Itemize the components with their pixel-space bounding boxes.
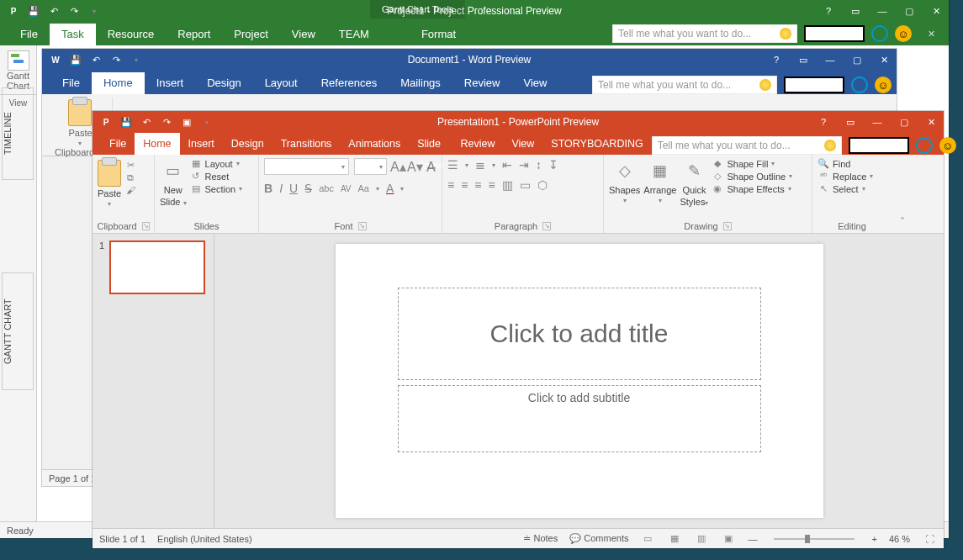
- paste-button[interactable]: Paste ▾: [68, 98, 92, 147]
- line-spacing-icon[interactable]: ↕: [536, 158, 542, 172]
- user-account[interactable]: [849, 137, 909, 154]
- layout-button[interactable]: ▦Layout▾: [190, 158, 243, 169]
- font-size-combo[interactable]: ▾: [354, 158, 387, 175]
- format-painter-icon[interactable]: 🖌: [124, 185, 136, 195]
- undo-icon[interactable]: ↶: [45, 3, 62, 19]
- copy-icon[interactable]: ⧉: [124, 172, 136, 183]
- dialog-launcher-icon[interactable]: ↘: [542, 222, 551, 230]
- user-account[interactable]: [804, 25, 865, 42]
- align-right-icon[interactable]: ≡: [474, 178, 481, 192]
- arrange-button[interactable]: ▦Arrange▾: [643, 158, 676, 204]
- replace-button[interactable]: ᵃᵇReplace▾: [817, 171, 873, 182]
- minimize-button[interactable]: —: [817, 48, 843, 71]
- align-left-icon[interactable]: ≡: [447, 178, 454, 192]
- slide-canvas[interactable]: Click to add title Click to add subtitle: [336, 244, 823, 518]
- underline-button[interactable]: U: [289, 182, 298, 195]
- ribbon-display-icon[interactable]: ▭: [791, 48, 816, 71]
- tab-storyboarding[interactable]: STORYBOARDING: [542, 133, 651, 155]
- tab-home[interactable]: Home: [92, 72, 145, 94]
- collapse-ribbon-button[interactable]: ˄: [892, 211, 913, 233]
- tab-resource[interactable]: Resource: [96, 24, 167, 45]
- reset-button[interactable]: ↺Reset: [190, 171, 243, 182]
- tell-me-search[interactable]: Tell me what you want to do...: [652, 136, 842, 155]
- new-slide-button[interactable]: ▭ New Slide ▾: [160, 158, 187, 207]
- align-center-icon[interactable]: ≡: [461, 178, 468, 192]
- smartart-icon[interactable]: ⬡: [537, 178, 548, 192]
- minimize-button[interactable]: —: [870, 0, 895, 23]
- cut-icon[interactable]: ✂: [124, 160, 136, 171]
- feedback-icon[interactable]: ☺: [939, 137, 956, 154]
- select-button[interactable]: ↖Select▾: [817, 183, 873, 194]
- feedback-icon[interactable]: ☺: [875, 77, 892, 93]
- tab-review[interactable]: Review: [452, 133, 503, 155]
- start-show-icon[interactable]: ▣: [178, 114, 195, 130]
- redo-icon[interactable]: ↷: [158, 114, 175, 130]
- tab-references[interactable]: References: [310, 72, 389, 94]
- minimize-button[interactable]: —: [865, 110, 890, 134]
- restore-button[interactable]: ▢: [897, 0, 922, 23]
- qat-dropdown-icon[interactable]: ▾: [128, 51, 145, 68]
- slideshow-view-icon[interactable]: ▣: [721, 533, 736, 545]
- restore-button[interactable]: ▢: [844, 48, 870, 71]
- tab-slideshow[interactable]: Slide Show: [409, 133, 452, 155]
- tab-review[interactable]: Review: [452, 72, 512, 94]
- zoom-in-button[interactable]: +: [871, 534, 876, 544]
- reading-view-icon[interactable]: ▥: [694, 533, 709, 545]
- shapes-button[interactable]: ◇Shapes▾: [609, 158, 640, 204]
- tab-view[interactable]: View: [511, 72, 558, 94]
- tab-mailings[interactable]: Mailings: [389, 72, 452, 94]
- sorter-view-icon[interactable]: ▦: [667, 533, 682, 545]
- help-icon[interactable]: ?: [764, 48, 789, 71]
- clear-formatting-icon[interactable]: A̶: [426, 159, 437, 175]
- help-icon[interactable]: ?: [816, 0, 841, 23]
- undo-icon[interactable]: ↶: [87, 51, 104, 68]
- change-case-button[interactable]: Aa: [358, 183, 369, 193]
- font-color-button[interactable]: A: [386, 182, 394, 195]
- cortana-icon[interactable]: [871, 25, 888, 42]
- tab-design[interactable]: Design: [223, 133, 272, 155]
- restore-button[interactable]: ▢: [892, 110, 917, 134]
- close-button[interactable]: ✕: [923, 0, 949, 23]
- word-titlebar[interactable]: W 💾 ↶ ↷ ▾ Document1 - Word Preview ? ▭ —…: [42, 49, 897, 71]
- title-placeholder[interactable]: Click to add title: [398, 288, 761, 380]
- tab-design[interactable]: Design: [195, 72, 252, 94]
- slide-thumbnail-panel[interactable]: 1: [93, 234, 214, 528]
- align-text-icon[interactable]: ▭: [520, 178, 531, 192]
- text-direction-icon[interactable]: ↧: [548, 158, 558, 172]
- gantt-chart-icon[interactable]: [8, 50, 29, 71]
- tab-transitions[interactable]: Transitions: [272, 133, 341, 155]
- shape-fill-button[interactable]: ◆Shape Fill▾: [712, 158, 792, 169]
- ribbon-display-icon[interactable]: ▭: [838, 110, 863, 134]
- help-icon[interactable]: ?: [811, 110, 836, 134]
- tab-home[interactable]: Home: [135, 133, 179, 155]
- grow-font-icon[interactable]: A▴: [392, 159, 404, 175]
- quick-styles-button[interactable]: ✎QuickStyles▾: [680, 158, 708, 207]
- save-icon[interactable]: 💾: [118, 114, 135, 130]
- feedback-icon[interactable]: ☺: [895, 25, 912, 42]
- zoom-level[interactable]: 46 %: [889, 534, 910, 544]
- subtitle-placeholder[interactable]: Click to add subtitle: [398, 385, 761, 452]
- tab-view[interactable]: View: [280, 24, 327, 45]
- italic-button[interactable]: I: [279, 182, 283, 195]
- shape-outline-button[interactable]: ◇Shape Outline▾: [712, 171, 792, 182]
- paste-button[interactable]: Paste▾: [98, 158, 121, 208]
- increase-indent-icon[interactable]: ⇥: [519, 158, 529, 172]
- redo-icon[interactable]: ↷: [108, 51, 124, 68]
- tab-format[interactable]: Format: [410, 24, 468, 45]
- collapse-ribbon-icon[interactable]: ✕: [918, 22, 944, 45]
- strike-button[interactable]: S̶: [304, 182, 312, 195]
- shrink-font-icon[interactable]: A▾: [409, 159, 421, 175]
- tab-report[interactable]: Report: [166, 24, 222, 45]
- gantt-side-label[interactable]: GANTT CHART: [2, 272, 34, 390]
- shadow-button[interactable]: abc: [319, 183, 334, 193]
- normal-view-icon[interactable]: ▭: [640, 533, 655, 545]
- undo-icon[interactable]: ↶: [138, 114, 155, 130]
- ribbon-display-icon[interactable]: ▭: [843, 0, 868, 23]
- shape-effects-button[interactable]: ◉Shape Effects▾: [712, 183, 792, 194]
- section-button[interactable]: ▤Section▾: [190, 183, 243, 194]
- bold-button[interactable]: B: [264, 182, 272, 195]
- tab-file[interactable]: File: [50, 72, 92, 94]
- notes-button[interactable]: ≐ Notes: [523, 533, 558, 544]
- bullets-icon[interactable]: ☰: [447, 158, 458, 172]
- font-name-combo[interactable]: ▾: [264, 158, 349, 175]
